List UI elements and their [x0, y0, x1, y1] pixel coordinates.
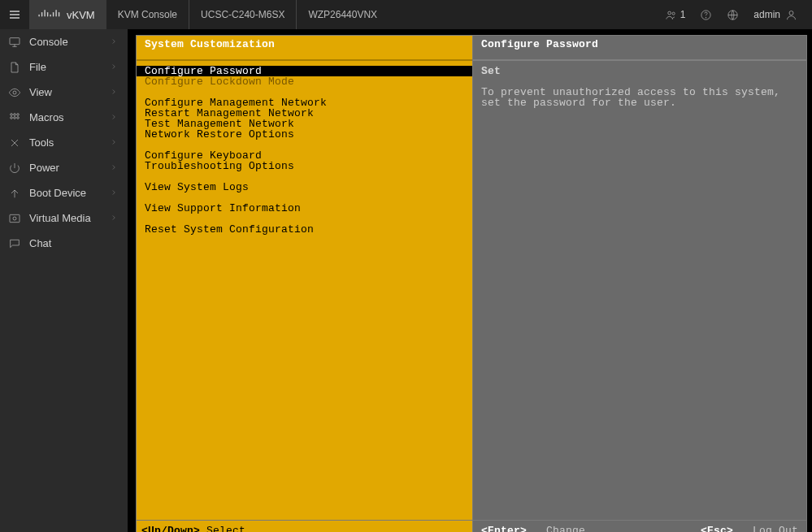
breadcrumb-item[interactable]: UCSC-C240-M6SX [189, 0, 297, 29]
sidebar-item-virtual-media[interactable]: Virtual Media [0, 205, 128, 231]
svg-point-19 [11, 116, 13, 119]
dcui-right-description: To prevent unauthorized access to this s… [481, 87, 798, 108]
sidebar-item-power[interactable]: Power [0, 155, 128, 180]
svg-point-23 [13, 217, 16, 220]
key-updown-label: Select [206, 526, 245, 532]
dcui-menu-item[interactable]: Troubleshooting Options [137, 161, 472, 171]
chevron-right-icon [110, 86, 118, 98]
tools-icon [8, 136, 21, 149]
chat-icon [8, 237, 21, 250]
dcui-footer-right: <Enter> Change <Esc> Log Out [472, 521, 807, 532]
dcui-right-pane: Configure Password Set To prevent unauth… [472, 35, 807, 521]
svg-point-11 [706, 17, 707, 18]
monitor-icon [8, 36, 21, 49]
chevron-right-icon [110, 61, 118, 73]
product-name: vKVM [67, 9, 95, 21]
sidebar-item-label: Virtual Media [29, 212, 91, 224]
dcui-right-title: Configure Password [473, 36, 806, 61]
dcui-footer-left: <Up/Down> Select [136, 521, 472, 532]
hamburger-icon [8, 8, 21, 21]
chevron-right-icon [110, 162, 118, 174]
menu-toggle-button[interactable] [0, 0, 29, 29]
file-icon [8, 61, 21, 74]
dcui-menu-item[interactable]: View Support Information [137, 203, 472, 214]
sidebar-item-label: Chat [29, 237, 51, 249]
dcui-screen: System Customization Configure PasswordC… [136, 35, 807, 532]
dcui-left-pane: System Customization Configure PasswordC… [136, 35, 472, 521]
sidebar-item-file[interactable]: File [0, 54, 128, 80]
svg-point-8 [667, 11, 671, 15]
chevron-right-icon [110, 136, 118, 149]
sidebar-item-macros[interactable]: Macros [0, 105, 128, 130]
svg-point-17 [14, 113, 16, 115]
sidebar-item-tools[interactable]: Tools [0, 130, 128, 155]
chevron-right-icon [110, 212, 118, 224]
header-right: 1 admin [665, 0, 812, 29]
disc-icon [8, 212, 21, 225]
sidebar-item-label: File [29, 61, 46, 73]
sidebar-item-label: Power [29, 162, 59, 174]
users-count: 1 [680, 9, 686, 20]
sidebar-item-console[interactable]: Console [0, 29, 128, 54]
svg-point-15 [13, 91, 16, 94]
user-icon [785, 9, 797, 21]
kvm-console-viewport[interactable]: System Customization Configure PasswordC… [128, 29, 812, 532]
cisco-logo-icon [37, 8, 60, 22]
eye-icon [8, 86, 21, 99]
dcui-footer: <Up/Down> Select <Enter> Change <Esc> Lo… [136, 521, 807, 532]
sidebar-item-chat[interactable]: Chat [0, 231, 128, 256]
chevron-right-icon [110, 187, 118, 199]
arrow-up-icon [8, 187, 21, 200]
key-esc-label: Log Out [753, 525, 798, 532]
dcui-menu-item[interactable]: Network Restore Options [137, 129, 472, 140]
sidebar: Console File View Macros Tools [0, 29, 128, 532]
svg-point-18 [17, 113, 20, 115]
sidebar-item-label: View [29, 86, 52, 98]
svg-rect-14 [10, 37, 20, 44]
brand-block: vKVM [29, 0, 106, 29]
sidebar-item-boot-device[interactable]: Boot Device [0, 180, 128, 205]
breadcrumb-item[interactable]: KVM Console [106, 0, 189, 29]
svg-point-9 [672, 12, 675, 15]
key-esc: <Esc> [701, 525, 733, 532]
grid-icon [8, 111, 21, 124]
svg-point-20 [14, 116, 16, 119]
user-menu[interactable]: admin [753, 9, 797, 21]
dcui-menu-item[interactable]: View System Logs [137, 182, 472, 192]
header-bar: vKVM KVM Console UCSC-C240-M6SX WZP26440… [0, 0, 812, 29]
power-icon [8, 162, 21, 175]
dcui-right-subhead: Set [481, 66, 798, 76]
user-label: admin [753, 9, 780, 20]
chevron-right-icon [110, 111, 118, 123]
sidebar-item-label: Console [29, 36, 68, 48]
svg-point-13 [789, 11, 793, 15]
svg-point-21 [17, 116, 20, 119]
chevron-right-icon [110, 36, 118, 48]
dcui-menu-item[interactable]: Configure Lockdown Mode [137, 76, 472, 87]
language-button[interactable] [727, 9, 739, 21]
help-icon [700, 9, 712, 21]
svg-rect-22 [10, 214, 20, 222]
key-enter-label: Change [546, 525, 585, 532]
dcui-menu-item[interactable]: Reset System Configuration [137, 224, 472, 235]
users-icon [665, 9, 677, 21]
connected-users-button[interactable]: 1 [665, 9, 686, 21]
sidebar-item-label: Boot Device [29, 187, 86, 199]
sidebar-item-label: Macros [29, 111, 64, 123]
sidebar-item-label: Tools [29, 136, 54, 149]
breadcrumb-item[interactable]: WZP26440VNX [297, 0, 389, 29]
dcui-menu[interactable]: Configure PasswordConfigure Lockdown Mod… [137, 61, 472, 520]
globe-icon [727, 9, 739, 21]
breadcrumb: KVM Console UCSC-C240-M6SX WZP26440VNX [106, 0, 389, 29]
svg-point-16 [11, 113, 13, 115]
sidebar-item-view[interactable]: View [0, 80, 128, 105]
key-enter: <Enter> [481, 525, 527, 532]
key-updown: <Up/Down> [141, 526, 200, 532]
dcui-left-title: System Customization [137, 36, 472, 61]
help-button[interactable] [700, 9, 712, 21]
